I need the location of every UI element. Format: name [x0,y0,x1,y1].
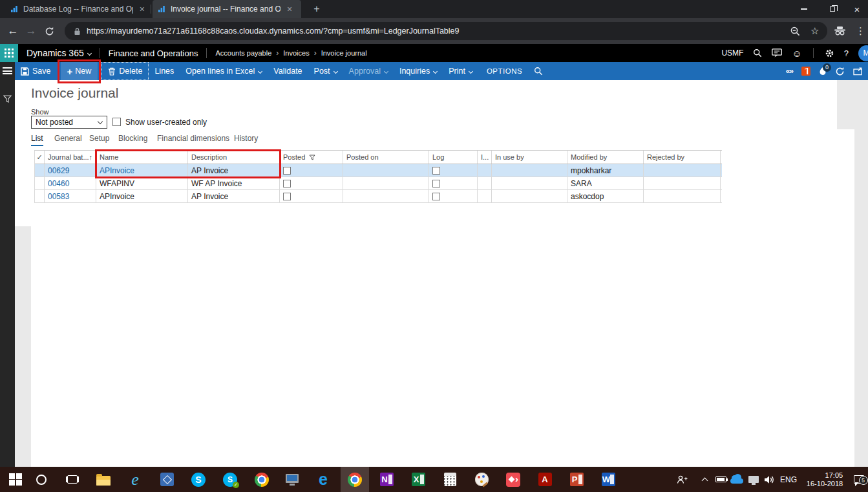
skype-for-business-button[interactable]: S [216,467,244,492]
modified-by-cell[interactable]: askocdop [567,190,644,202]
rejected-by-cell[interactable] [644,177,721,189]
posted-on-cell[interactable] [343,177,429,189]
display-tray-icon[interactable] [745,467,763,492]
people-tray-button[interactable] [672,467,692,492]
posted-checkbox[interactable] [283,180,291,187]
adobe-reader-button[interactable]: A [531,467,559,492]
save-button[interactable]: Save [15,62,57,80]
tab-close-icon[interactable]: × [140,5,145,14]
onenote-button[interactable]: N [372,467,401,492]
personalize-icon[interactable]: «» [786,67,793,76]
rejected-by-cell[interactable] [644,164,721,176]
smiley-feedback-icon[interactable]: ☺ [792,48,801,59]
col-modified-by[interactable]: Modified by [567,151,644,164]
inquiries-button[interactable]: Inquiries [394,62,443,80]
tab-list[interactable]: List [31,134,43,146]
address-bar[interactable]: https://mayurdemo71a271a61168c88caos.clo… [65,22,827,40]
col-in-use-truncated[interactable]: I... [478,151,492,164]
name-cell[interactable]: APInvoice [96,190,188,202]
posted-on-cell[interactable] [343,164,429,176]
company-selector[interactable]: USMF [721,48,743,58]
chrome-button[interactable] [248,467,276,492]
powerpoint-button[interactable]: P [562,467,591,492]
modified-by-cell[interactable]: mpokharkar [567,164,644,176]
log-cell[interactable] [429,164,478,176]
office-icon[interactable] [801,67,810,76]
row-select-cell[interactable] [35,164,45,176]
language-indicator[interactable]: ENG [777,467,800,492]
print-button[interactable]: Print [443,62,478,80]
word-button[interactable]: W [594,467,622,492]
tab-general[interactable]: General [54,134,82,143]
refresh-icon[interactable] [835,67,845,76]
reload-button[interactable] [41,23,57,39]
breadcrumb-invoice-journal[interactable]: Invoice journal [321,49,367,57]
col-rejected-by[interactable]: Rejected by [644,151,721,164]
volume-tray-icon[interactable] [761,467,778,492]
journal-cell[interactable]: 00460 [45,177,96,189]
col-in-use-by[interactable]: In use by [492,151,567,164]
log-checkbox[interactable] [432,180,440,187]
modified-by-cell[interactable]: SARA [567,177,644,189]
bookmark-star-icon[interactable]: ☆ [810,22,819,40]
filter-funnel-icon[interactable] [309,155,315,160]
log-checkbox[interactable] [432,193,440,200]
skype-button[interactable]: S [184,467,213,492]
help-icon[interactable]: ? [844,48,849,58]
col-journal-batch[interactable]: Journal bat...↑ [45,151,96,164]
user-avatar[interactable]: M [858,45,868,61]
validate-button[interactable]: Validate [268,62,308,80]
col-posted-on[interactable]: Posted on [343,151,429,164]
journal-cell[interactable]: 00583 [45,190,96,202]
red-diamond-app-button[interactable] [499,467,527,492]
options-button[interactable]: OPTIONS [481,62,528,80]
breadcrumb-accounts-payable[interactable]: Accounts payable [215,49,271,57]
open-lines-in-excel-button[interactable]: Open lines in Excel [180,62,268,80]
forward-button[interactable]: → [23,23,39,39]
battery-tray-icon[interactable] [712,467,729,492]
log-checkbox[interactable] [432,167,440,175]
zoom-indicator-icon[interactable] [790,22,801,40]
paint-button[interactable] [467,467,496,492]
edge-button[interactable]: e [309,467,337,492]
row-select-cell[interactable] [35,177,45,189]
ssl-lock-icon[interactable] [74,27,81,36]
open-in-new-window-icon[interactable] [853,67,863,76]
remote-desktop-button[interactable] [278,467,306,492]
posted-checkbox[interactable] [283,167,291,175]
file-explorer-button[interactable] [89,467,118,492]
grid-row-00583[interactable]: 00583 APInvoice AP Invoice askocdop [35,190,722,203]
description-cell[interactable]: WF AP Invoice [188,177,280,189]
lines-button[interactable]: Lines [149,62,180,80]
in-use-flag-cell[interactable] [478,177,492,189]
excel-button[interactable]: X [404,467,432,492]
notifications-bell-icon[interactable]: 0 [819,67,827,76]
app-name[interactable]: Finance and Operations [109,48,198,58]
settings-gear-icon[interactable] [825,48,834,58]
posted-cell[interactable] [280,164,343,176]
search-icon[interactable] [753,48,762,58]
name-cell[interactable]: WFAPINV [96,177,188,189]
posted-cell[interactable] [280,190,343,202]
app-launcher-waffle-icon[interactable] [0,44,18,62]
calculator-button[interactable] [436,467,464,492]
post-button[interactable]: Post [308,62,343,80]
browser-tab-database-log[interactable]: Database Log -- Finance and Op × [5,0,150,18]
posted-checkbox[interactable] [283,193,291,200]
journal-cell[interactable]: 00629 [45,164,96,176]
description-cell[interactable]: AP Invoice [188,190,280,202]
clock[interactable]: 17:05 16-10-2018 [801,467,848,492]
browser-tab-invoice-journal[interactable]: Invoice journal -- Finance and O × [153,0,301,18]
action-search-icon[interactable] [528,62,549,80]
task-view-button[interactable] [58,467,87,492]
action-center-button[interactable]: 5 [849,467,868,492]
show-filter-dropdown[interactable]: Not posted [31,116,107,129]
start-button[interactable] [1,467,30,492]
onedrive-tray-icon[interactable] [728,467,746,492]
log-cell[interactable] [429,190,478,202]
in-use-by-cell[interactable] [492,190,567,202]
in-use-flag-cell[interactable] [478,190,492,202]
product-name[interactable]: Dynamics 365 [26,48,84,58]
internet-explorer-button[interactable]: e [121,467,149,492]
new-tab-button[interactable]: + [309,3,324,16]
